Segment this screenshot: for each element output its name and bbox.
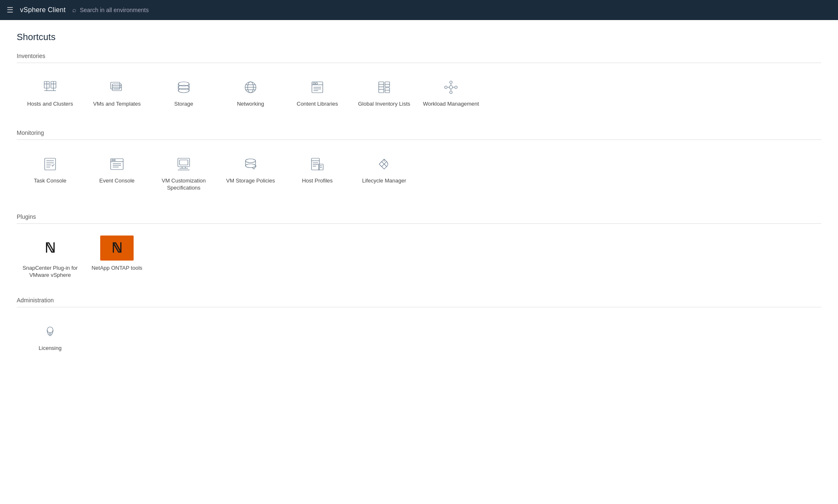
svg-point-42 <box>450 81 452 84</box>
vm-storage-policies-item[interactable]: VM Storage Policies <box>217 148 284 198</box>
netapp-ontap-icon-box: ℕ <box>100 236 134 261</box>
page-title: Shortcuts <box>17 32 821 43</box>
event-console-icon <box>108 155 126 173</box>
administration-label: Administration <box>17 297 821 307</box>
svg-rect-59 <box>114 160 115 161</box>
licensing-item[interactable]: Licensing <box>17 316 84 359</box>
snapcenter-icon-box: ℕ <box>33 236 67 261</box>
svg-rect-48 <box>45 158 56 170</box>
svg-rect-30 <box>316 83 317 84</box>
workload-management-item[interactable]: Workload Management <box>418 71 484 114</box>
svg-line-80 <box>379 164 382 167</box>
svg-point-66 <box>246 159 256 162</box>
snapcenter-label: SnapCenter Plug-in for VMware vSphere <box>22 265 78 279</box>
host-profiles-item[interactable]: Host Profiles <box>284 148 351 198</box>
task-console-item[interactable]: Task Console <box>17 148 84 198</box>
vm-customization-label: VM Customization Specifications <box>155 177 212 192</box>
app-logo: vSphere Client <box>20 6 66 14</box>
snapcenter-icon: ℕ <box>45 240 56 256</box>
snapcenter-item[interactable]: ℕ SnapCenter Plug-in for VMware vSphere <box>17 232 84 282</box>
svg-point-81 <box>47 327 53 333</box>
storage-icon <box>175 78 193 96</box>
monitoring-label: Monitoring <box>17 129 821 140</box>
netapp-ontap-label: NetApp ONTAP tools <box>91 265 142 272</box>
global-inventory-lists-label: Global Inventory Lists <box>358 101 410 108</box>
app-header: ☰ vSphere Client ⌕ Search in all environ… <box>0 0 838 20</box>
svg-point-40 <box>445 86 447 89</box>
hosts-and-clusters-item[interactable]: Hosts and Clusters <box>17 71 84 114</box>
lifecycle-manager-label: Lifecycle Manager <box>362 177 406 185</box>
menu-icon[interactable]: ☰ <box>7 5 13 15</box>
networking-label: Networking <box>237 101 264 108</box>
lifecycle-manager-item[interactable]: Lifecycle Manager <box>351 148 418 198</box>
inventories-section: Inventories Hosts and <box>17 53 821 114</box>
administration-section: Administration Licensing <box>17 297 821 359</box>
licensing-label: Licensing <box>39 345 62 352</box>
workload-management-icon <box>442 78 460 96</box>
svg-rect-29 <box>313 83 315 84</box>
content-libraries-label: Content Libraries <box>297 101 338 108</box>
event-console-label: Event Console <box>99 177 135 185</box>
workload-management-label: Workload Management <box>423 101 479 108</box>
search-placeholder: Search in all environments <box>80 7 149 13</box>
svg-rect-61 <box>180 160 188 165</box>
svg-point-69 <box>246 164 256 167</box>
hosts-and-clusters-label: Hosts and Clusters <box>27 101 73 108</box>
plugins-section: Plugins ℕ SnapCenter Plug-in for VMware … <box>17 213 821 282</box>
vms-and-templates-label: VMs and Templates <box>93 101 141 108</box>
svg-line-79 <box>379 162 382 164</box>
vm-storage-policies-label: VM Storage Policies <box>226 177 275 185</box>
content-libraries-icon <box>308 78 327 96</box>
plugins-grid: ℕ SnapCenter Plug-in for VMware vSphere … <box>17 232 821 282</box>
monitoring-section: Monitoring Task Console <box>17 129 821 198</box>
svg-point-43 <box>450 91 452 94</box>
netapp-ontap-item[interactable]: ℕ NetApp ONTAP tools <box>84 232 150 282</box>
vm-storage-policies-icon <box>241 155 260 173</box>
host-profiles-icon <box>308 155 327 173</box>
task-console-icon <box>41 155 59 173</box>
vm-customization-icon <box>175 155 193 173</box>
global-inventory-icon <box>375 78 393 96</box>
inventories-grid: Hosts and Clusters VMs and Templates <box>17 71 821 114</box>
main-content: Shortcuts Inventories <box>0 20 838 504</box>
event-console-item[interactable]: Event Console <box>84 148 150 198</box>
lifecycle-manager-icon <box>375 155 393 173</box>
svg-rect-70 <box>311 158 319 170</box>
search-icon: ⌕ <box>72 6 76 14</box>
vms-and-templates-item[interactable]: VMs and Templates <box>84 71 150 114</box>
svg-rect-58 <box>112 160 113 161</box>
vm-customization-item[interactable]: VM Customization Specifications <box>150 148 217 198</box>
task-console-label: Task Console <box>34 177 66 185</box>
storage-label: Storage <box>174 101 193 108</box>
storage-item[interactable]: Storage <box>150 71 217 114</box>
vms-templates-icon <box>108 78 126 96</box>
svg-point-41 <box>455 86 457 89</box>
svg-point-39 <box>449 86 453 89</box>
licensing-icon <box>41 322 59 341</box>
netapp-ontap-icon: ℕ <box>111 240 122 256</box>
plugins-label: Plugins <box>17 213 821 224</box>
networking-icon <box>241 78 260 96</box>
networking-item[interactable]: Networking <box>217 71 284 114</box>
monitoring-grid: Task Console Event Console <box>17 148 821 198</box>
svg-rect-31 <box>379 82 384 93</box>
administration-grid: Licensing <box>17 316 821 359</box>
inventories-label: Inventories <box>17 53 821 63</box>
search-bar[interactable]: ⌕ Search in all environments <box>72 6 149 14</box>
global-inventory-lists-item[interactable]: Global Inventory Lists <box>351 71 418 114</box>
svg-rect-53 <box>111 159 123 170</box>
content-libraries-item[interactable]: Content Libraries <box>284 71 351 114</box>
hosts-clusters-icon <box>41 78 59 96</box>
host-profiles-label: Host Profiles <box>302 177 333 185</box>
